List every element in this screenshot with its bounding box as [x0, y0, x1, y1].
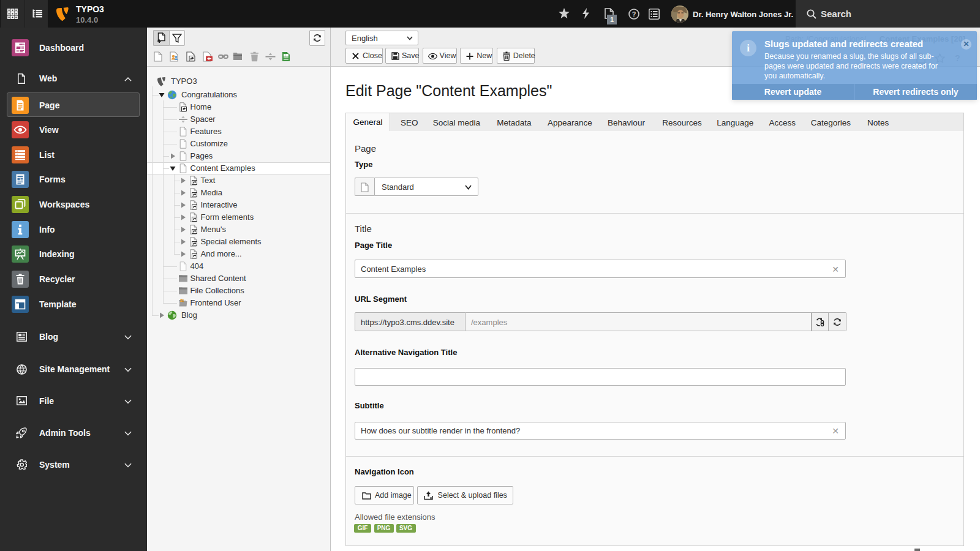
svg-text:?: ?	[632, 10, 636, 18]
